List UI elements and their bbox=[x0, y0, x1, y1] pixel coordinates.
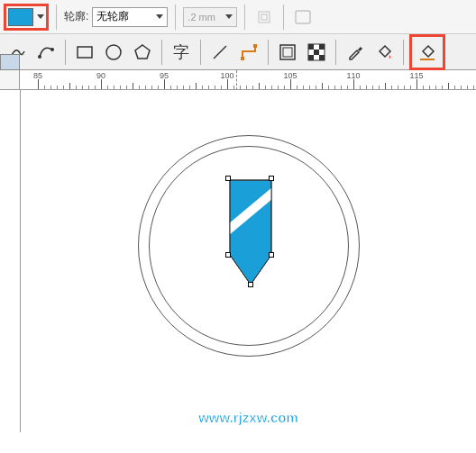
line-tool[interactable] bbox=[206, 39, 233, 66]
bezier-icon bbox=[36, 42, 56, 62]
svg-rect-16 bbox=[314, 50, 319, 55]
connector-icon bbox=[239, 42, 259, 62]
svg-rect-1 bbox=[261, 14, 267, 20]
svg-point-3 bbox=[38, 55, 41, 59]
watermark: www.rjzxw.com bbox=[198, 410, 298, 425]
outline-value: 无轮廓 bbox=[96, 9, 129, 24]
wrap-text-icon bbox=[294, 9, 312, 25]
separator bbox=[200, 40, 201, 65]
separator bbox=[244, 5, 245, 30]
ellipse-icon bbox=[104, 42, 124, 62]
chevron-down-icon bbox=[37, 14, 44, 19]
svg-rect-9 bbox=[241, 57, 244, 60]
svg-rect-10 bbox=[253, 44, 257, 48]
shield-shape[interactable] bbox=[228, 178, 273, 290]
ellipse-tool[interactable] bbox=[100, 39, 127, 66]
ruler-area: 859095100105110115 bbox=[0, 70, 476, 90]
cursor-marker bbox=[236, 70, 237, 90]
interactive-fill-tool[interactable] bbox=[414, 39, 441, 66]
vertical-ruler[interactable] bbox=[1, 90, 21, 432]
text-icon: 字 bbox=[173, 41, 189, 63]
horizontal-ruler[interactable]: 859095100105110115 bbox=[20, 70, 476, 90]
node-handle[interactable] bbox=[248, 282, 253, 287]
property-bar: 轮廓: 无轮廓 .2 mm bbox=[0, 0, 476, 34]
connector-tool[interactable] bbox=[235, 39, 262, 66]
node-handle[interactable] bbox=[225, 176, 231, 181]
effects-icon bbox=[278, 42, 298, 62]
svg-rect-15 bbox=[319, 44, 325, 50]
rectangle-icon bbox=[75, 42, 95, 62]
separator bbox=[283, 5, 284, 30]
svg-rect-17 bbox=[308, 55, 314, 60]
outline-width-select[interactable]: .2 mm bbox=[183, 7, 237, 27]
polygon-icon bbox=[133, 42, 152, 62]
fill-color-swatch[interactable] bbox=[8, 8, 33, 26]
separator bbox=[335, 40, 336, 65]
svg-rect-0 bbox=[259, 12, 270, 23]
node-handle[interactable] bbox=[269, 252, 274, 258]
eyedropper-tool[interactable] bbox=[342, 39, 369, 66]
separator bbox=[65, 40, 66, 65]
canvas[interactable]: www.rjzxw.com bbox=[20, 90, 476, 432]
svg-marker-7 bbox=[135, 45, 150, 59]
transparency-tool[interactable] bbox=[303, 39, 330, 66]
svg-rect-11 bbox=[280, 45, 295, 59]
outline-label: 轮廓: bbox=[64, 9, 88, 24]
tool-row: 字 bbox=[0, 34, 476, 70]
svg-rect-5 bbox=[78, 47, 92, 58]
line-icon bbox=[210, 42, 230, 62]
checker-icon bbox=[307, 42, 326, 62]
scale-outline-button bbox=[252, 5, 276, 29]
chevron-down-icon bbox=[156, 14, 163, 19]
scale-outline-icon bbox=[256, 9, 272, 25]
bezier-tool[interactable] bbox=[32, 39, 60, 66]
node-handle[interactable] bbox=[225, 252, 231, 258]
effects-tool[interactable] bbox=[274, 39, 301, 66]
text-tool[interactable]: 字 bbox=[168, 39, 195, 66]
tab-corner[interactable] bbox=[0, 54, 20, 70]
chevron-down-icon bbox=[225, 14, 233, 19]
width-value: .2 mm bbox=[188, 12, 215, 23]
bucket-icon bbox=[374, 42, 394, 62]
svg-rect-2 bbox=[296, 11, 310, 23]
separator bbox=[268, 40, 269, 65]
node-handle[interactable] bbox=[269, 176, 274, 181]
highlight-interactive-fill bbox=[409, 34, 445, 70]
svg-rect-14 bbox=[308, 44, 314, 50]
separator bbox=[161, 40, 162, 65]
polygon-tool[interactable] bbox=[129, 39, 156, 66]
separator bbox=[56, 5, 57, 30]
fill-tool[interactable] bbox=[371, 39, 398, 66]
interactive-fill-icon bbox=[417, 42, 437, 62]
svg-point-6 bbox=[106, 45, 121, 59]
svg-rect-12 bbox=[283, 48, 292, 57]
svg-rect-18 bbox=[319, 55, 325, 60]
ruler-corner[interactable] bbox=[0, 70, 20, 90]
shield-svg bbox=[228, 178, 273, 286]
wrap-text-button bbox=[291, 5, 315, 29]
highlight-fill bbox=[4, 4, 49, 31]
separator bbox=[175, 5, 176, 30]
outline-style-select[interactable]: 无轮廓 bbox=[92, 7, 168, 27]
fill-color-picker[interactable] bbox=[8, 8, 44, 26]
svg-line-8 bbox=[214, 46, 226, 59]
eyedropper-icon bbox=[345, 42, 365, 62]
svg-point-4 bbox=[50, 48, 54, 51]
rectangle-tool[interactable] bbox=[71, 39, 98, 66]
separator bbox=[403, 40, 404, 65]
